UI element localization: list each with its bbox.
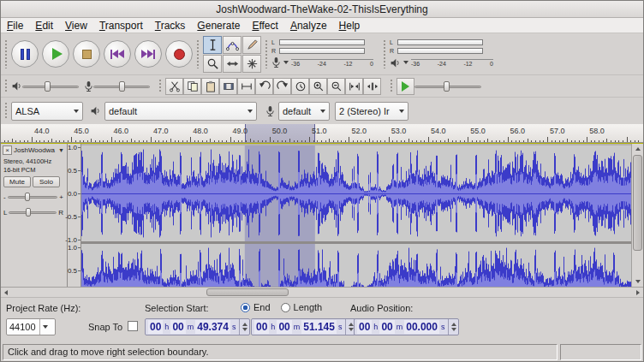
menu-file[interactable]: File [1,19,29,33]
audio-position-field[interactable]: 00 h 00 m 00.000 s [354,318,459,335]
time-shift-tool-button[interactable] [223,55,242,73]
vertical-scrollbar[interactable] [631,144,643,287]
selection-start-field[interactable]: 00 h 00 m 49.374 s [145,318,250,335]
scroll-up-icon[interactable] [632,144,644,154]
cut-button[interactable] [165,78,183,95]
menu-generate[interactable]: Generate [191,19,246,33]
scroll-down-icon[interactable] [632,276,644,287]
solo-button[interactable]: Solo [33,176,60,187]
speaker-icon[interactable] [390,57,401,68]
pause-button[interactable] [11,40,39,68]
zoom-tool-button[interactable] [203,55,222,73]
playback-meter-bar-right[interactable] [397,48,483,54]
input-volume-slider[interactable] [93,80,150,92]
time-format-dropdown[interactable] [345,319,354,335]
toolbar-grip[interactable] [196,39,200,68]
zoom-out-button[interactable] [327,78,345,95]
copy-button[interactable] [183,78,201,95]
recording-meter[interactable]: L R -36 -24 -12 0 [271,36,379,72]
project-rate-select[interactable]: 44100 [6,318,56,335]
playback-meter-bar-left[interactable] [397,39,483,45]
trim-audio-button[interactable] [219,78,237,95]
titlebar[interactable]: JoshWoodward-TheWake-02-ThisIsEverything [1,1,643,18]
pan-slider[interactable] [9,207,57,217]
menu-analyze[interactable]: Analyze [284,19,333,33]
waveform-channel-left[interactable] [81,145,633,241]
mute-button[interactable]: Mute [3,176,31,187]
playback-speed-slider[interactable] [414,80,481,92]
minutes-value[interactable]: 00 [379,320,394,334]
track-title[interactable]: JoshWoodwa [14,146,57,154]
length-radio-label[interactable]: Length [294,302,323,312]
stop-button[interactable] [73,40,100,68]
time-format-dropdown[interactable] [448,319,456,335]
snap-to-checkbox[interactable] [128,321,138,331]
record-button[interactable] [165,40,193,68]
vertical-scroll-thumb[interactable] [633,155,642,251]
zoom-in-button[interactable] [309,78,327,95]
minutes-value[interactable]: 00 [170,320,185,334]
toolbar-grip[interactable] [4,39,8,68]
waveform-display[interactable] [81,144,633,287]
toolbar-grip[interactable] [390,79,393,94]
play-at-speed-button[interactable] [397,78,414,95]
skip-to-start-button[interactable] [104,40,131,68]
gain-slider[interactable] [8,192,58,202]
play-button[interactable] [42,40,69,68]
selection-end-field[interactable]: 00 h 00 m 51.145 s [251,318,356,335]
meter-dropdown-icon[interactable] [283,61,289,64]
track-control-panel[interactable]: × JoshWoodwa ▼ Stereo, 44100Hz 16-bit PC… [1,144,68,287]
recording-meter-bar-right[interactable] [279,48,365,54]
seconds-value[interactable]: 49.374 [195,320,230,334]
waveform-channel-right[interactable] [81,244,633,288]
fit-selection-button[interactable] [345,78,363,95]
selection-tool-button[interactable] [203,36,222,54]
recording-channels-select[interactable]: 2 (Stereo) Ir [335,102,408,121]
redo-button[interactable] [273,78,291,95]
menu-transport[interactable]: Transport [93,19,149,33]
toolbar-grip[interactable] [265,39,268,68]
hours-value[interactable]: 00 [357,320,372,334]
horizontal-scroll-thumb[interactable] [206,288,289,296]
horizontal-scrollbar[interactable] [1,287,643,297]
time-format-dropdown[interactable] [239,319,247,335]
hours-value[interactable]: 00 [148,320,163,334]
recording-meter-bar-left[interactable] [279,39,365,45]
minutes-value[interactable]: 00 [277,320,291,334]
fit-project-button[interactable] [363,78,381,95]
slider-thumb[interactable] [444,81,450,92]
undo-button[interactable] [255,78,273,95]
slider-thumb[interactable] [45,81,51,92]
track-menu-dropdown-icon[interactable]: ▼ [58,147,64,153]
meter-dropdown-icon[interactable] [403,61,408,64]
close-track-icon[interactable]: × [3,145,12,155]
slider-thumb[interactable] [26,208,31,217]
end-radio-label[interactable]: End [253,302,271,312]
seconds-value[interactable]: 51.145 [301,320,337,334]
audio-host-select[interactable]: ALSA [11,102,83,121]
menu-view[interactable]: View [59,19,93,33]
paste-button[interactable] [201,78,219,95]
toolbar-grip[interactable] [4,79,8,94]
toolbar-grip[interactable] [383,39,386,68]
toolbar-grip[interactable] [4,102,8,121]
menu-tracks[interactable]: Tracks [149,19,192,33]
silence-audio-button[interactable] [237,78,255,95]
menu-help[interactable]: Help [333,19,367,33]
menu-effect[interactable]: Effect [246,19,283,33]
playback-device-select[interactable]: default [104,102,257,121]
output-volume-slider[interactable] [22,80,79,92]
skip-to-end-button[interactable] [134,40,162,68]
length-radio[interactable] [281,303,290,312]
microphone-icon[interactable] [271,56,281,68]
envelope-tool-button[interactable] [223,36,242,54]
playback-meter[interactable]: L R -36 -24 -12 0 [390,36,498,72]
seconds-value[interactable]: 00.000 [404,320,439,334]
recording-device-select[interactable]: default [278,102,330,121]
slider-thumb[interactable] [25,193,30,201]
timeline-ruler[interactable]: 44.045.046.047.048.049.050.051.052.053.0… [1,124,643,143]
hours-value[interactable]: 00 [254,320,269,334]
sync-lock-button[interactable] [291,78,309,95]
slider-thumb[interactable] [119,81,125,92]
multi-tool-button[interactable] [242,55,261,73]
